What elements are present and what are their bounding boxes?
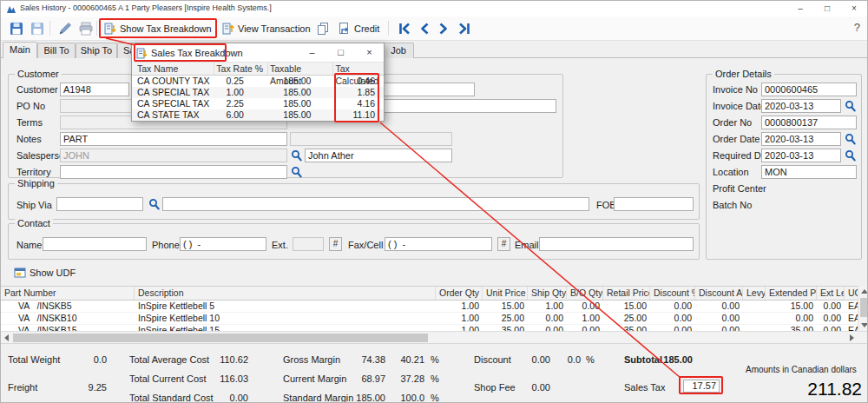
- credit-button[interactable]: Credit: [334, 18, 382, 39]
- invoice-date-field[interactable]: 2020-03-13: [761, 99, 841, 113]
- tax-rate: 0.25: [214, 76, 268, 87]
- col-header-ship-qty[interactable]: Ship Qty: [528, 287, 567, 300]
- ship-via-lookup-icon[interactable]: [148, 198, 161, 211]
- col-header-bo-qty[interactable]: B/O Qty: [567, 287, 603, 300]
- ship-via-description-field[interactable]: [162, 197, 589, 211]
- toolbar-separator: [49, 21, 50, 36]
- tab-bill-to[interactable]: Bill To: [37, 43, 76, 58]
- col-header-order-qty[interactable]: Order Qty: [436, 287, 483, 300]
- dialog-close-button[interactable]: ×: [355, 43, 384, 63]
- phone-field[interactable]: ( ) -: [180, 237, 266, 251]
- col-header-unit-price[interactable]: Unit Price: [483, 287, 528, 300]
- order-no-field[interactable]: 0000800137: [761, 116, 857, 129]
- total-current-cost-value: 116.03: [196, 373, 248, 384]
- tab-job[interactable]: Job: [383, 43, 414, 58]
- item-discount-pct: 0.00: [650, 313, 695, 324]
- item-bo-qty: 0.00: [567, 325, 603, 331]
- col-header-part-number[interactable]: Part Number: [1, 287, 135, 300]
- copy-button[interactable]: [313, 18, 332, 39]
- salesperson-code-field[interactable]: JOHN: [60, 149, 287, 162]
- territory-field[interactable]: [60, 165, 287, 179]
- required-date-field[interactable]: 2020-03-13: [761, 149, 841, 162]
- tax-col-header-name[interactable]: Tax Name: [132, 63, 214, 75]
- tax-calculated: 0.46: [333, 76, 384, 87]
- col-header-uom[interactable]: UO: [845, 287, 858, 300]
- ext-field[interactable]: [293, 237, 324, 251]
- item-unit-price: 25.00: [483, 313, 528, 324]
- salesperson-name-field[interactable]: John Ather: [305, 149, 452, 162]
- tax-row[interactable]: CA STATE TAX 6.00 185.00 11.10: [132, 109, 384, 121]
- line-item-row[interactable]: VA /INSKB5 InSpire Kettlebell 5 1.00 15.…: [1, 301, 858, 313]
- required-date-lookup-icon[interactable]: [845, 149, 857, 162]
- dialog-minimize-button[interactable]: –: [298, 43, 326, 63]
- horizontal-scroll-thumb[interactable]: [13, 334, 428, 342]
- show-udf-button[interactable]: Show UDF: [11, 265, 78, 281]
- col-header-retail-price[interactable]: Retail Price: [603, 287, 650, 300]
- salesperson-lookup-icon[interactable]: [291, 149, 303, 162]
- minimize-button[interactable]: –: [787, 1, 813, 17]
- total-current-cost-label: Total Current Cost: [129, 373, 207, 384]
- contact-name-field[interactable]: [43, 237, 147, 251]
- col-header-discount-amt[interactable]: Discount Amt: [695, 287, 743, 300]
- col-header-levy[interactable]: Levy: [743, 287, 766, 300]
- last-record-button[interactable]: [454, 18, 474, 39]
- print-button[interactable]: [76, 18, 96, 39]
- fob-field[interactable]: [614, 197, 694, 211]
- grid-vertical-scrollbar[interactable]: [858, 286, 868, 331]
- scroll-up-arrow[interactable]: [861, 289, 868, 294]
- maximize-button[interactable]: □: [814, 1, 840, 17]
- line-item-row[interactable]: VA /INSKB15 InSpire Kettlebell 15 1.00 3…: [1, 325, 858, 331]
- line-item-row[interactable]: VA /INSKB10 InSpire Kettlebell 10 1.00 2…: [1, 313, 858, 325]
- fax-cell-field[interactable]: ( ) -: [385, 237, 492, 251]
- previous-record-button[interactable]: [416, 18, 433, 39]
- tax-col-header-taxable[interactable]: Taxable Amount: [268, 63, 333, 75]
- po-no-label: PO No: [16, 101, 45, 111]
- order-date-lookup-icon[interactable]: [845, 133, 857, 146]
- invoice-date-lookup-icon[interactable]: [845, 100, 857, 113]
- save-all-button[interactable]: [27, 18, 48, 39]
- territory-lookup-icon[interactable]: [291, 166, 303, 179]
- invoice-no-field[interactable]: 0000600465: [761, 83, 857, 96]
- save-button[interactable]: [6, 18, 27, 39]
- location-field[interactable]: MON: [761, 165, 857, 179]
- order-date-field[interactable]: 2020-03-13: [761, 132, 841, 146]
- notes-field[interactable]: PART: [60, 132, 287, 146]
- grid-horizontal-scrollbar[interactable]: [1, 331, 868, 343]
- vertical-scroll-thumb[interactable]: [860, 298, 868, 317]
- col-header-extended-price[interactable]: Extended Price: [766, 287, 817, 300]
- tax-row[interactable]: CA COUNTY TAX 0.25 185.00 0.46: [132, 76, 384, 87]
- tax-col-header-calculated[interactable]: Tax Calculated: [333, 63, 384, 75]
- customer-no-field[interactable]: A1948: [60, 83, 129, 96]
- item-ext-levy: 0.00: [817, 325, 845, 331]
- item-unit-price: 15.00: [483, 301, 528, 312]
- help-icon[interactable]: ?: [854, 21, 860, 34]
- col-header-discount-pct[interactable]: Discount %: [650, 287, 695, 300]
- tab-ship-to[interactable]: Ship To: [76, 43, 117, 58]
- tax-col-header-rate[interactable]: Tax Rate %: [214, 63, 268, 75]
- tax-row[interactable]: CA SPECIAL TAX 2.25 185.00 4.16: [132, 98, 384, 109]
- fax-dial-button[interactable]: #: [497, 237, 510, 251]
- title-bar[interactable]: Sales History - 0000600465 A 1 Party Ple…: [1, 1, 867, 17]
- fax-cell-label: Fax/Cell: [348, 240, 383, 250]
- dialog-title-bar[interactable]: Sales Tax Breakdown – □ ×: [132, 43, 384, 63]
- scroll-down-arrow[interactable]: [861, 323, 868, 327]
- scroll-left-arrow[interactable]: [4, 334, 9, 341]
- tab-main[interactable]: Main: [3, 42, 37, 58]
- first-record-button[interactable]: [395, 18, 415, 39]
- dialog-maximize-button[interactable]: □: [326, 43, 355, 63]
- edit-button[interactable]: [55, 18, 76, 39]
- notes-extra-field[interactable]: [290, 132, 452, 146]
- show-tax-breakdown-button[interactable]: Show Tax Breakdown: [102, 18, 214, 39]
- invoice-no-label: Invoice No: [713, 84, 758, 95]
- col-header-ext-levy[interactable]: Ext Levy: [817, 287, 845, 300]
- phone-dial-button[interactable]: #: [329, 237, 342, 251]
- contact-group-label: Contact: [15, 218, 53, 228]
- next-record-button[interactable]: [435, 18, 452, 39]
- ship-via-field[interactable]: [56, 197, 143, 211]
- close-button[interactable]: ×: [841, 1, 867, 17]
- col-header-description[interactable]: Description: [135, 287, 436, 300]
- email-field[interactable]: [539, 237, 694, 251]
- tax-row[interactable]: CA SPECIAL TAX 1.00 185.00 1.85: [132, 87, 384, 98]
- scroll-right-arrow[interactable]: [850, 334, 854, 341]
- view-transaction-button[interactable]: View Transaction: [220, 18, 313, 39]
